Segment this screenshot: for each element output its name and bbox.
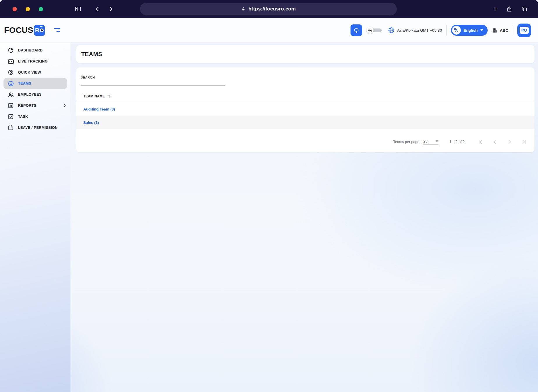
team-link[interactable]: Sales (1): [83, 120, 99, 125]
company-selector[interactable]: ABC: [492, 27, 508, 33]
avatar-camera-logo: R: [520, 27, 529, 34]
sidebar-item-label: DASHBOARD: [18, 48, 43, 52]
sidebar-panel-icon[interactable]: [75, 0, 82, 18]
reports-icon: [7, 102, 14, 109]
sidebar-item-label: LIVE TRACKING: [18, 59, 48, 63]
sun-icon: [367, 27, 374, 34]
sidebar-item-leave-permission[interactable]: LEAVE / PERMISSION: [0, 122, 70, 133]
chevron-right-icon: [62, 103, 67, 108]
theme-toggle[interactable]: [367, 26, 383, 34]
table-row: Auditing Team (3): [76, 102, 535, 116]
forward-button[interactable]: [107, 0, 114, 18]
app-header: FOCUS R: [0, 18, 538, 42]
language-selector[interactable]: A English: [451, 25, 488, 36]
employees-icon: [7, 91, 14, 98]
sort-ascending-icon[interactable]: [107, 94, 112, 98]
first-page-button[interactable]: [477, 139, 483, 145]
dashboard-icon: [7, 47, 14, 54]
logo-text: FOCUS: [4, 26, 33, 35]
page-title-card: TEAMS: [76, 45, 535, 63]
url-text: https://focusro.com: [248, 6, 295, 12]
sidebar-item-label: TEAMS: [18, 81, 31, 85]
profile-avatar[interactable]: R: [517, 24, 531, 37]
search-input[interactable]: [81, 80, 225, 85]
sidebar-item-label: REPORTS: [18, 104, 36, 108]
sync-icon: [353, 27, 360, 33]
leave-permission-icon: [7, 124, 14, 131]
address-bar[interactable]: https://focusro.com: [140, 3, 397, 15]
refresh-button[interactable]: [351, 24, 362, 36]
chevron-down-icon: [480, 29, 483, 31]
sidebar-item-teams[interactable]: TEAMS: [3, 78, 67, 89]
sidebar-item-label: LEAVE / PERMISSION: [18, 126, 58, 130]
sidebar-item-task[interactable]: TASK: [0, 111, 70, 122]
lock-icon: [241, 6, 246, 12]
tab-overview-icon[interactable]: [521, 6, 528, 12]
live-tracking-icon: [7, 58, 14, 65]
sidebar-item-quick-view[interactable]: QUICK VIEW: [0, 67, 70, 78]
menu-collapse-icon[interactable]: [54, 28, 61, 33]
task-icon: [7, 113, 14, 120]
focusro-logo[interactable]: FOCUS R: [4, 18, 45, 42]
quick-view-icon: [7, 69, 14, 76]
share-icon[interactable]: [506, 6, 512, 12]
sidebar-item-reports[interactable]: REPORTS: [0, 100, 70, 111]
pagination-range: 1 – 2 of 2: [449, 140, 465, 144]
divider: [513, 25, 513, 35]
sidebar-item-employees[interactable]: EMPLOYEES: [0, 89, 70, 100]
teams-icon: [7, 80, 14, 87]
globe-icon: [388, 27, 395, 34]
browser-chrome: https://focusro.com +: [0, 0, 538, 18]
minimize-window-button[interactable]: [26, 7, 30, 11]
timezone-display[interactable]: Asia/Kolkata GMT +05:30: [388, 27, 442, 34]
per-page-select[interactable]: 25: [423, 139, 438, 145]
previous-page-button[interactable]: [492, 139, 498, 145]
pagination-bar: Teams per page: 25 1 – 2 of 2: [393, 139, 527, 145]
company-name: ABC: [500, 28, 508, 33]
sidebar-item-live-tracking[interactable]: LIVE TRACKING: [0, 56, 70, 67]
column-header-team-name[interactable]: TEAM NAME: [83, 94, 105, 98]
search-field: SEARCH: [81, 67, 225, 85]
translate-icon: A: [452, 26, 461, 35]
sidebar-item-label: EMPLOYEES: [18, 92, 42, 97]
window-controls: [13, 0, 43, 18]
sidebar-item-dashboard[interactable]: DASHBOARD: [0, 45, 70, 56]
close-window-button[interactable]: [13, 7, 17, 11]
divider: [446, 25, 447, 35]
new-tab-icon[interactable]: +: [493, 5, 497, 13]
logo-camera-icon: R: [34, 25, 45, 36]
next-page-button[interactable]: [507, 139, 512, 145]
chevron-down-icon: [436, 140, 438, 142]
teams-table-card: SEARCH TEAM NAME Auditing Team (3) Sales…: [76, 67, 535, 152]
back-button[interactable]: [94, 0, 101, 18]
search-label: SEARCH: [81, 76, 225, 79]
per-page-label: Teams per page:: [393, 140, 420, 144]
building-icon: [492, 27, 498, 33]
table-header-row: TEAM NAME: [76, 90, 535, 102]
language-label: English: [463, 28, 478, 33]
sidebar-navigation: DASHBOARD LIVE TRACKING QUICK VIEW: [0, 42, 70, 392]
sidebar-item-label: QUICK VIEW: [18, 70, 41, 74]
zoom-window-button[interactable]: [39, 7, 43, 11]
sidebar-item-label: TASK: [18, 115, 28, 119]
per-page-value: 25: [423, 139, 427, 143]
timezone-text: Asia/Kolkata GMT +05:30: [397, 28, 442, 33]
team-link[interactable]: Auditing Team (3): [83, 107, 115, 111]
table-row: Sales (1): [76, 116, 535, 129]
page-title: TEAMS: [81, 51, 102, 58]
last-page-button[interactable]: [521, 139, 527, 145]
